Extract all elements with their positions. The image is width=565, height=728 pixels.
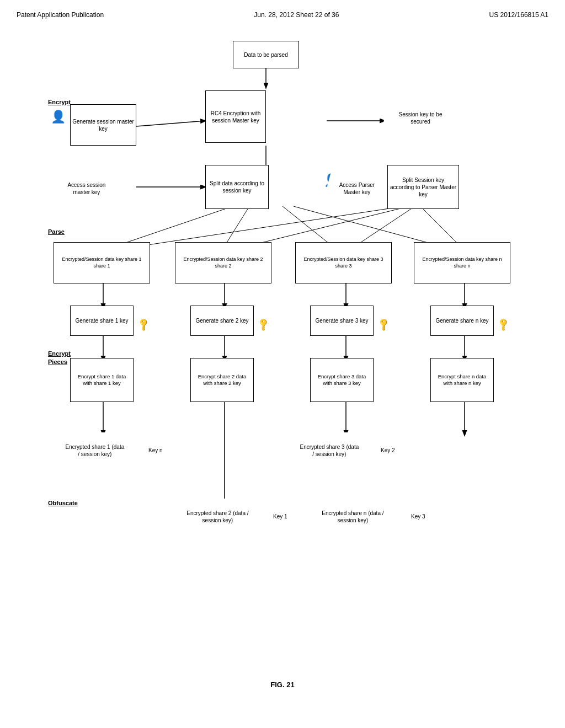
para-key3: Key 3 <box>395 499 440 534</box>
box-enc-data-share-n: Encrypted/Session data key share n share… <box>414 242 510 283</box>
para-session-key-secured: Session key to be secured <box>380 101 461 135</box>
box-encrypt-share-n: Encrypt share n data with share n key <box>430 358 494 402</box>
box-generate-session-master-key: Generate session master key <box>70 104 136 146</box>
header-left: Patent Application Publication <box>17 11 104 19</box>
box-rc4-encryption: RC4 Encryption with session Master key <box>205 90 266 143</box>
svg-line-1 <box>136 121 205 126</box>
page: Patent Application Publication Jun. 28, … <box>0 0 565 728</box>
para-enc-share3: Encrypted share 3 (data / session key) <box>289 432 370 468</box>
header-right: US 2012/166815 A1 <box>489 11 548 19</box>
page-header: Patent Application Publication Jun. 28, … <box>17 11 548 19</box>
box-encrypt-share2: Encrypt share 2 data with share 2 key <box>190 358 254 402</box>
box-split-data: Split data according to session key <box>205 165 269 209</box>
box-generate-share-n-key: Generate share n key <box>430 306 494 336</box>
para-key2: Key 2 <box>365 432 410 468</box>
box-enc-data-share1: Encrypted/Session data key share 1 share… <box>54 242 150 283</box>
key-icon-share1: 🔑 <box>136 317 151 333</box>
box-split-session-key: Split Session key according to Parser Ma… <box>387 165 459 209</box>
para-enc-share-n: Encrypted share n (data / session key) <box>305 499 400 534</box>
key-icon-share2: 🔑 <box>255 317 271 333</box>
diagram-area: Data to be parsed Encrypt 👤 Generate ses… <box>18 24 547 675</box>
box-data-to-be-parsed: Data to be parsed <box>233 41 299 68</box>
label-encrypt-pieces: EncryptPieces <box>48 350 71 367</box>
box-generate-share3-key: Generate share 3 key <box>310 306 374 336</box>
para-enc-share1: Encrypted share 1 (data / session key) <box>54 432 135 468</box>
label-parse: Parse <box>48 228 65 235</box>
key-icon-share-n: 🔑 <box>495 317 511 333</box>
box-enc-data-share3: Encrypted/Session data key share 3 share… <box>295 242 392 283</box>
figure-caption: FIG. 21 <box>17 681 548 689</box>
box-encrypt-share1: Encrypt share 1 data with share 1 key <box>70 358 134 402</box>
box-generate-share2-key: Generate share 2 key <box>190 306 254 336</box>
label-encrypt: Encrypt <box>48 99 71 105</box>
para-key-n: Key n <box>131 432 179 468</box>
person-icon-encrypt: 👤 <box>51 110 66 124</box>
para-enc-share2: Encrypted share 2 (data / session key) <box>173 499 262 534</box>
box-generate-share1-key: Generate share 1 key <box>70 306 134 336</box>
para-key1: Key 1 <box>257 499 302 534</box>
box-encrypt-share3: Encrypt share 3 data with share 3 key <box>310 358 374 402</box>
key-icon-share3: 🔑 <box>376 317 391 333</box>
para-access-parser-master-key: Access Parser Master key <box>322 170 392 206</box>
header-center: Jun. 28, 2012 Sheet 22 of 36 <box>254 11 339 19</box>
box-enc-data-share2: Encrypted/Session data key share 2 share… <box>175 242 271 283</box>
para-access-session-master-key: Access session master key <box>49 170 124 206</box>
label-obfuscate: Obfuscate <box>48 500 78 506</box>
